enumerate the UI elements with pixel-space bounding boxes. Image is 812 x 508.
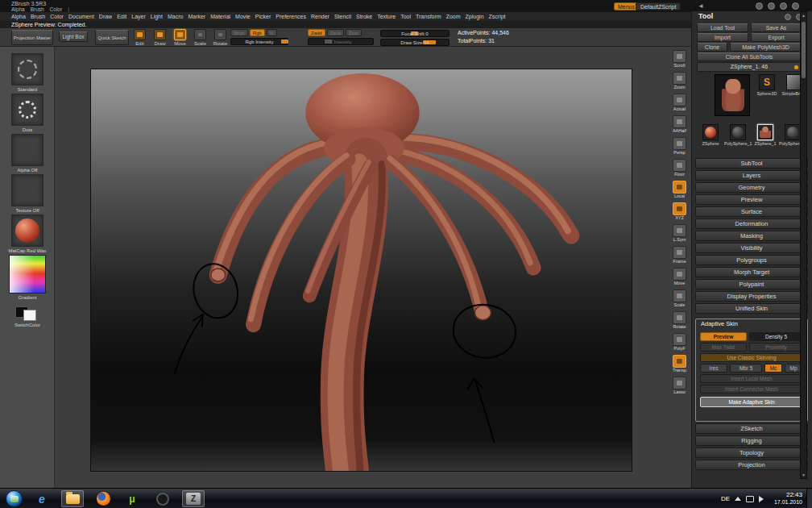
panel-scrollbar[interactable]: ▲ ▼: [800, 11, 807, 479]
menu-item[interactable]: Material: [210, 14, 230, 19]
tray-expand-icon[interactable]: [735, 497, 741, 501]
right-shelf-item[interactable]: Lasso: [669, 377, 690, 398]
subpalette-header[interactable]: Topology: [695, 448, 808, 458]
rgb-intensity-slider[interactable]: Rgb Intensity: [230, 38, 288, 45]
menu-item[interactable]: Light: [151, 14, 163, 19]
current-material-item[interactable]: MatCap Red Wax: [0, 214, 55, 253]
color-picker[interactable]: [9, 255, 46, 294]
interface-circle-icon[interactable]: [756, 2, 763, 10]
language-indicator[interactable]: DE: [721, 495, 730, 502]
active-tool-thumbnail[interactable]: [715, 74, 750, 116]
insert-connector-mesh-button[interactable]: Insert Connector Mesh: [700, 385, 803, 393]
texture-thumbnail[interactable]: [11, 174, 44, 206]
tool-inventory-item[interactable]: S Sphere3D: [753, 74, 781, 96]
clone-button[interactable]: Clone: [697, 43, 727, 52]
scale-button[interactable]: Scale: [191, 29, 209, 46]
menu-item[interactable]: Layer: [131, 14, 146, 19]
menu-item[interactable]: Macro: [168, 14, 183, 19]
menu-item[interactable]: Alpha: [11, 14, 26, 19]
document-canvas[interactable]: [90, 69, 632, 472]
draw-size-slider[interactable]: Draw Size 64: [380, 39, 450, 46]
menu-item[interactable]: Picker: [255, 14, 271, 19]
interface-circle-icon[interactable]: [780, 2, 787, 10]
make-adaptive-skin-button[interactable]: Make Adaptive Skin: [700, 397, 803, 407]
menu-item[interactable]: Color: [50, 14, 64, 19]
projection-master-button[interactable]: Projection Master: [11, 30, 53, 45]
color-picker-item[interactable]: Gradient: [0, 255, 55, 300]
panel-menu-icon[interactable]: [785, 14, 791, 20]
right-shelf-item[interactable]: Actual: [669, 94, 690, 115]
zsub-button[interactable]: Zsub: [327, 29, 344, 36]
right-shelf-item[interactable]: Transp: [669, 355, 690, 377]
menu-item[interactable]: Preferences: [276, 14, 306, 19]
menu-item[interactable]: Render: [311, 14, 329, 19]
make-polymesh3d-button[interactable]: Make PolyMesh3D: [730, 43, 802, 52]
current-texture-item[interactable]: Texture Off: [0, 174, 55, 213]
ires-slider[interactable]: Ires: [700, 364, 727, 373]
insert-local-mesh-button[interactable]: Insert Local Mesh: [700, 374, 803, 383]
right-shelf-item[interactable]: Local: [669, 181, 690, 202]
tool-inventory-item[interactable]: PolySphere_1: [724, 124, 752, 146]
menu-item[interactable]: Zscript: [489, 14, 506, 19]
interface-circle-icon[interactable]: [768, 2, 775, 10]
quick-menu-item[interactable]: Alpha: [11, 6, 25, 12]
scroll-down-icon[interactable]: ▼: [801, 473, 806, 477]
quick-menu-item[interactable]: Color: [50, 6, 63, 12]
menu-item[interactable]: Stencil: [334, 14, 351, 19]
right-shelf-item[interactable]: PolyF: [669, 333, 690, 355]
m-button[interactable]: M: [267, 29, 277, 36]
brush-thumbnail[interactable]: [11, 53, 44, 85]
scroll-up-icon[interactable]: ▲: [801, 13, 806, 18]
proximity-slider[interactable]: Proximity: [749, 343, 803, 352]
menu-item[interactable]: Movie: [235, 14, 251, 19]
alpha-thumbnail[interactable]: [11, 134, 44, 166]
show-desktop-button[interactable]: [806, 489, 812, 508]
subpalette-header[interactable]: Morph Target: [695, 267, 808, 277]
subpalette-header[interactable]: Preview: [695, 194, 808, 205]
menu-item[interactable]: Document: [68, 14, 94, 19]
menu-item[interactable]: Texture: [377, 14, 396, 19]
use-classic-skinning-button[interactable]: Use Classic Skinning: [700, 353, 803, 362]
taskbar-explorer-button[interactable]: [61, 490, 84, 507]
subpalette-header[interactable]: Polygroups: [695, 255, 808, 265]
rotate-button[interactable]: Rotate: [211, 29, 230, 46]
subpalette-header[interactable]: Polypaint: [695, 279, 808, 289]
tool-inventory-item[interactable]: ZSphere: [697, 124, 724, 146]
draw-button[interactable]: Draw: [151, 29, 169, 46]
scrollbar-thumb[interactable]: [802, 22, 806, 78]
menu-item[interactable]: Stroke: [356, 14, 372, 19]
subpalette-header[interactable]: Display Properties: [695, 291, 808, 302]
edit-button[interactable]: Edit: [130, 29, 149, 46]
right-shelf-item[interactable]: Zoom: [669, 72, 690, 94]
subpalette-header[interactable]: Projection: [695, 460, 808, 470]
menu-item[interactable]: Tool: [400, 14, 411, 19]
z-intensity-slider[interactable]: Z Intensity: [308, 38, 374, 45]
primary-color-swatch[interactable]: [23, 310, 36, 321]
right-shelf-item[interactable]: Move: [669, 268, 690, 289]
menu-item[interactable]: Transform: [416, 14, 441, 19]
right-shelf-item[interactable]: XYZ: [669, 202, 690, 224]
adaptive-skin-header[interactable]: Adaptive Skin: [696, 320, 807, 327]
light-box-button[interactable]: Light Box: [59, 31, 88, 42]
rgb-button[interactable]: Rgb: [250, 29, 265, 36]
taskbar-ie-button[interactable]: e: [31, 490, 53, 507]
subpalette-header[interactable]: Masking: [695, 231, 808, 241]
switch-color-item[interactable]: SwitchColor: [0, 306, 55, 327]
subpalette-header[interactable]: Layers: [695, 170, 808, 181]
tray-collapse-icon[interactable]: ◄: [698, 2, 704, 10]
import-button[interactable]: Import: [697, 33, 748, 42]
mbr-slider[interactable]: Mbr 5: [730, 364, 762, 373]
current-tool-button[interactable]: ZSphere_1. 46: [697, 62, 802, 72]
taskbar-zbrush-button[interactable]: Z: [182, 490, 205, 507]
right-shelf-item[interactable]: Scale: [669, 289, 690, 311]
taskbar-app-button[interactable]: [151, 490, 174, 507]
preview-button[interactable]: Preview: [700, 332, 747, 341]
network-icon[interactable]: [746, 496, 754, 502]
mrgb-button[interactable]: Mrgb: [230, 29, 248, 36]
right-shelf-item[interactable]: Frame: [669, 246, 690, 268]
quick-sketch-button[interactable]: Quick Sketch: [95, 30, 129, 45]
right-shelf-item[interactable]: Floor: [669, 159, 690, 181]
right-shelf-item[interactable]: L.Sym: [669, 224, 690, 246]
clone-all-subtools-button[interactable]: Clone All SubTools: [697, 52, 802, 61]
interface-circle-icon[interactable]: [792, 2, 799, 10]
